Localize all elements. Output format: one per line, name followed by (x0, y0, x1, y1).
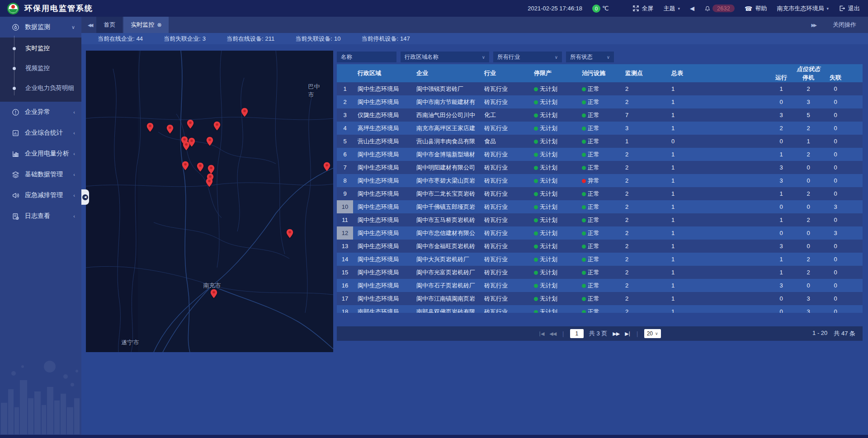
fullscreen-button[interactable]: 全屏 (632, 5, 654, 13)
name-search-input[interactable] (337, 52, 396, 62)
cell-disconnected: 0 (822, 190, 849, 197)
cell-running: 3 (768, 282, 795, 289)
cell-pollution-facility: 正常 (577, 268, 621, 277)
table-row[interactable]: 2 阆中生态环境局 阆中市南方节能建材有 砖瓦行业 无计划 正常 2 1 0 3… (337, 95, 863, 108)
table-row[interactable]: 16 阆中生态环境局 阆中市石子页岩机砖厂 砖瓦行业 无计划 正常 2 1 3 … (337, 279, 863, 292)
map-pin[interactable] (166, 124, 174, 134)
table-row[interactable]: 10 阆中生态环境局 阆中千佛镇五郎垭页岩 砖瓦行业 无计划 正常 2 1 0 … (337, 200, 863, 213)
region-select[interactable]: 行政区域名称 ∨ (401, 52, 489, 62)
status-select[interactable]: 所有状态 ∨ (566, 52, 614, 62)
cell-industry: 砖瓦行业 (480, 255, 529, 264)
map-pin[interactable] (146, 122, 154, 132)
cell-region: 阆中生态环境局 (353, 216, 412, 224)
stat-item: 当前失联设备:10 (295, 35, 340, 43)
table-row[interactable]: 7 阆中生态环境局 阆中明阳建材有限公司 砖瓦行业 无计划 正常 2 1 3 0… (337, 161, 863, 174)
user-org-dropdown[interactable]: 南充市生态环境局 ▾ (777, 5, 829, 13)
next-page-button[interactable]: ▶▶ (613, 331, 619, 337)
stats-icon (12, 129, 19, 137)
col-meters: 总表 (667, 69, 768, 77)
row-index: 17 (337, 292, 353, 305)
map-pin[interactable] (286, 229, 293, 238)
map-pin[interactable] (183, 141, 190, 151)
cell-running: 1 (768, 256, 795, 263)
map-pin[interactable] (182, 161, 189, 170)
cell-total-meters: 1 (667, 190, 768, 197)
table-row[interactable]: 3 仪陇生态环境局 西南油气田分公司川中 化工 无计划 正常 7 1 3 5 0 (337, 108, 863, 122)
table-row[interactable]: 9 阆中生态环境局 阆中市二龙长宝页岩砖 砖瓦行业 无计划 正常 2 1 1 2… (337, 187, 863, 200)
sidebar-item[interactable]: 数据监测∨ (0, 17, 81, 38)
row-index: 9 (337, 187, 353, 200)
sidebar-item[interactable]: 基础数据管理‹ (0, 164, 81, 185)
user-org-label: 南充市生态环境局 (777, 5, 824, 13)
table-row[interactable]: 8 阆中生态环境局 阆中市枣碧大梁山页岩 砖瓦行业 无计划 异常 2 1 3 0… (337, 174, 863, 187)
cell-region: 阆中生态环境局 (353, 190, 412, 198)
page-size-select[interactable]: 20 ∨ (644, 329, 661, 338)
table-row[interactable]: 15 阆中生态环境局 阆中市光富页岩机砖厂 砖瓦行业 无计划 正常 2 1 1 … (337, 266, 863, 279)
map-city-label: 巴中市 (308, 83, 325, 99)
table-row[interactable]: 12 阆中生态环境局 阆中市忠信建材有限公 砖瓦行业 无计划 正常 2 1 0 … (337, 226, 863, 240)
table-row[interactable]: 1 阆中生态环境局 阆中强锐页岩砖厂 砖瓦行业 无计划 正常 2 1 1 2 0 (337, 82, 863, 95)
table-row[interactable]: 18 南部生态环境局 南部县双佛页岩砖有限 砖瓦行业 无计划 正常 2 1 0 … (337, 305, 863, 313)
sidebar-item[interactable]: 企业异常‹ (0, 102, 81, 122)
cell-disconnected: 0 (822, 243, 849, 250)
map-pin[interactable] (323, 162, 330, 171)
map-panel[interactable]: 巴中市南充市遂宁市 (86, 51, 333, 352)
notification-area[interactable]: 2632 (704, 5, 735, 12)
industry-select[interactable]: 所有行业 ∨ (493, 52, 562, 62)
tab-home[interactable]: 首页 (96, 17, 123, 33)
sidebar-item[interactable]: 日志查看‹ (0, 206, 81, 226)
table-row[interactable]: 4 高坪生态环境局 南充市高坪区王家店建 砖瓦行业 无计划 正常 3 1 2 2… (337, 122, 863, 135)
tab-realtime-monitor[interactable]: 实时监控⊗ (123, 17, 169, 33)
table-row[interactable]: 13 阆中生态环境局 阆中市金福旺页岩机砖 砖瓦行业 无计划 正常 2 1 3 … (337, 240, 863, 253)
status-dot-icon (582, 205, 586, 209)
map-pin[interactable] (208, 165, 215, 174)
cell-region: 阆中生态环境局 (353, 85, 412, 93)
map-pin[interactable] (210, 289, 217, 298)
sidebar-item[interactable]: 企业综合统计‹ (0, 122, 81, 143)
table-row[interactable]: 6 阆中生态环境局 阆中市金博瑞新型墙材 砖瓦行业 无计划 正常 2 1 1 2… (337, 148, 863, 161)
table-row[interactable]: 17 阆中生态环境局 阆中市江南镇阆南页岩 砖瓦行业 无计划 正常 2 1 0 … (337, 292, 863, 305)
cell-limit-production: 无计划 (529, 268, 577, 277)
status-dot-icon (582, 258, 586, 262)
cell-monitor-points: 2 (621, 164, 667, 171)
cell-total-meters: 1 (667, 295, 768, 302)
theme-dropdown[interactable]: 主题 ▾ (664, 5, 680, 13)
sidebar-item[interactable]: 应急减排管理‹ (0, 185, 81, 206)
cell-pollution-facility: 正常 (577, 85, 621, 93)
sidebar-subitem[interactable]: 企业电力负荷明细 (0, 78, 81, 98)
close-operations-button[interactable]: 关闭操作 (833, 21, 856, 29)
tab-scroll-left-button[interactable]: ◀◀ (81, 23, 96, 28)
mute-button[interactable]: ◀ (690, 5, 694, 12)
logout-button[interactable]: 退出 (839, 5, 860, 13)
cell-disconnected: 0 (822, 177, 849, 184)
first-page-button[interactable]: ∣◀ (538, 331, 544, 337)
cell-company: 阆中千佛镇五郎垭页岩 (412, 203, 480, 211)
sidebar-item[interactable]: 企业用电量分析‹ (0, 143, 81, 164)
help-button[interactable]: ☎ 帮助 (745, 5, 767, 13)
sidebar-subitem-label: 实时监控 (25, 44, 50, 52)
table-row[interactable]: 11 阆中生态环境局 阆中市五马桥页岩机砖 砖瓦行业 无计划 正常 2 1 1 … (337, 213, 863, 226)
table-row[interactable]: 14 阆中生态环境局 阆中大兴页岩机砖厂 砖瓦行业 无计划 正常 2 1 1 2… (337, 253, 863, 266)
map-pin[interactable] (187, 119, 194, 129)
limit-status-text: 无计划 (540, 177, 557, 184)
facility-status-text: 正常 (588, 164, 599, 171)
chevron-down-icon: ▾ (678, 6, 680, 11)
sidebar-collapse-button[interactable]: ◀ (81, 189, 89, 205)
map-pin[interactable] (213, 121, 221, 131)
map-pin[interactable] (206, 137, 213, 146)
stat-value: 147 (400, 35, 410, 42)
last-page-button[interactable]: ▶∣ (625, 331, 630, 337)
map-pin[interactable] (241, 108, 248, 117)
table-row[interactable]: 5 营山生态环境局 营山县润丰肉食品有限 食品 无计划 正常 1 0 0 1 0 (337, 135, 863, 148)
facility-status-text: 正常 (588, 190, 599, 197)
prev-page-button[interactable]: ◀◀ (549, 331, 556, 337)
page-number-input[interactable] (570, 329, 584, 338)
status-dot-icon (534, 284, 538, 288)
sidebar-subitem[interactable]: 实时监控 (0, 38, 81, 58)
map-pin[interactable] (197, 162, 204, 172)
map-pin[interactable] (206, 178, 213, 187)
sidebar-subitem[interactable]: 视频监控 (0, 58, 81, 78)
tab-close-icon[interactable]: ⊗ (157, 22, 161, 28)
tab-scroll-right-button[interactable]: ▶▶ (805, 23, 820, 28)
row-index: 7 (337, 161, 353, 174)
